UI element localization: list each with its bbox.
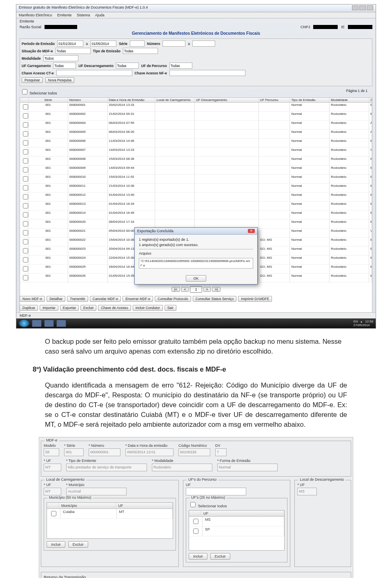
action-button[interactable]: Encerrar MDF-e <box>122 296 153 302</box>
menu-item[interactable]: Ajuda <box>95 13 105 17</box>
row-checkbox[interactable] <box>23 176 28 181</box>
carr-uf-select[interactable] <box>44 488 61 495</box>
action-button[interactable]: Imprimir DAMDFE <box>238 296 272 302</box>
row-checkbox[interactable] <box>23 158 28 164</box>
table-row[interactable]: 00100000000815/03/2014 08:38NormalRodovi… <box>20 157 372 166</box>
modalidade-select[interactable] <box>43 55 78 61</box>
action-button[interactable]: Cancelar MDF-e <box>90 296 121 302</box>
taskbar-app-icon[interactable] <box>32 320 42 327</box>
action-button[interactable]: Importar <box>40 305 58 311</box>
table-row[interactable]: Cuiaba MT <box>47 509 173 519</box>
action-button[interactable]: Consultar Status Serviço <box>193 296 237 302</box>
last-page-button[interactable]: >| <box>212 287 220 292</box>
table-row[interactable]: 00100000000506/03/2014 08:20NormalRodovi… <box>20 130 372 139</box>
row-checkbox[interactable] <box>23 203 28 208</box>
min-icon[interactable] <box>352 5 359 10</box>
row-checkbox[interactable] <box>23 239 28 244</box>
table-row[interactable]: MS <box>189 517 284 526</box>
menu-item[interactable]: Manifesto Eletrônico <box>19 13 52 17</box>
desc-uf-select[interactable] <box>297 488 317 495</box>
data-input[interactable] <box>125 448 174 456</box>
modalidade-select[interactable] <box>152 464 212 471</box>
dv-input[interactable] <box>215 448 227 456</box>
dialog-close-icon[interactable]: ✕ <box>248 229 255 233</box>
row-checkbox[interactable] <box>23 185 28 190</box>
row-checkbox[interactable] <box>23 275 28 280</box>
uf-perc-select[interactable] <box>169 63 192 69</box>
row-checkbox[interactable] <box>23 149 28 155</box>
next-page-button[interactable]: > <box>203 287 211 292</box>
incluir-button[interactable]: Incluir <box>47 541 65 548</box>
perc-uf-select[interactable] <box>186 488 246 495</box>
excluir-button[interactable]: Excluir <box>210 553 230 560</box>
action-button[interactable]: Transmitir <box>67 296 88 302</box>
first-page-button[interactable]: |< <box>172 287 180 292</box>
table-row[interactable]: 00100000001121/03/2014 10:36NormalRodovi… <box>20 184 372 193</box>
max-icon[interactable] <box>359 5 366 10</box>
action-button[interactable]: Incluir Condutor <box>133 305 163 311</box>
row-checkbox[interactable] <box>23 221 28 226</box>
row-checkbox[interactable] <box>23 122 28 128</box>
table-row[interactable]: 00100000001201/04/2014 13:40NormalRodovi… <box>20 193 372 202</box>
situacao-select[interactable] <box>56 48 91 54</box>
serie-input[interactable] <box>64 448 84 456</box>
table-row[interactable]: 00100000000120/02/2014 13:33NormalRodovi… <box>20 103 372 112</box>
row-checkbox[interactable] <box>23 167 28 173</box>
table-row[interactable]: 00100000001301/04/2014 16:34NormalRodovi… <box>20 202 372 211</box>
action-button[interactable]: Duplicar <box>20 305 38 311</box>
forma-select[interactable] <box>217 464 278 471</box>
start-icon[interactable] <box>19 320 29 327</box>
serie-input[interactable] <box>130 40 145 47</box>
row-checkbox[interactable] <box>23 194 28 199</box>
action-button[interactable]: Exportar <box>60 305 79 311</box>
table-row[interactable]: 00100000000406/03/2014 07:55NormalRodovi… <box>20 121 372 130</box>
menu-item[interactable]: Emitente <box>57 13 72 17</box>
numero-input[interactable] <box>89 448 120 456</box>
perc-select-all-checkbox[interactable] <box>190 502 196 507</box>
action-button[interactable]: Consultar Protocolo <box>155 296 191 302</box>
excluir-button[interactable]: Excluir <box>68 541 88 548</box>
nova-pesquisa-button[interactable]: Nova Pesquisa <box>45 77 74 83</box>
close-icon[interactable] <box>367 5 373 10</box>
taskbar-app-icon[interactable] <box>56 320 66 327</box>
tipo-emit-select[interactable] <box>66 464 147 471</box>
selecionar-todos-checkbox[interactable] <box>22 89 27 94</box>
action-button[interactable]: Detalhar <box>47 296 65 302</box>
table-row[interactable]: 00100000000914/03/2014 09:44NormalRodovi… <box>20 166 372 175</box>
taskbar-app-icon[interactable] <box>44 320 54 327</box>
row-checkbox[interactable] <box>23 131 28 137</box>
prev-page-button[interactable]: < <box>181 287 189 292</box>
uf-carr-select[interactable] <box>53 63 76 69</box>
periodo-de-input[interactable] <box>57 40 83 47</box>
row-checkbox[interactable] <box>23 140 28 146</box>
action-button[interactable]: Sair <box>165 305 176 311</box>
table-row[interactable]: 00100000001015/03/2014 11:52NormalRodovi… <box>20 175 372 184</box>
table-row[interactable]: SP <box>189 526 284 536</box>
row-checkbox[interactable] <box>23 212 28 217</box>
uf-select[interactable] <box>44 464 61 471</box>
numero-ate-input[interactable] <box>192 40 215 47</box>
tipo-emissao-select[interactable] <box>123 48 158 54</box>
row-checkbox[interactable] <box>193 529 198 534</box>
page-input[interactable] <box>190 286 202 293</box>
action-button[interactable]: Excluir <box>80 305 97 311</box>
chave-nfe-input[interactable] <box>169 70 245 76</box>
action-button[interactable]: Novo MDF-e <box>20 296 45 302</box>
chave-cte-input[interactable] <box>56 70 132 76</box>
row-checkbox[interactable] <box>23 104 28 110</box>
row-checkbox[interactable] <box>23 248 28 253</box>
menu-item[interactable]: Sistema <box>77 13 90 17</box>
row-checkbox[interactable] <box>23 257 28 262</box>
modelo-input[interactable] <box>44 448 59 456</box>
pesquisar-button[interactable]: Pesquisar <box>22 77 43 83</box>
row-checkbox[interactable] <box>23 113 28 119</box>
table-row[interactable]: 00100000000714/03/2014 13:33NormalRodovi… <box>20 148 372 157</box>
row-checkbox[interactable] <box>23 266 28 271</box>
carr-mun-select[interactable] <box>66 488 127 495</box>
incluir-button[interactable]: Incluir <box>189 553 207 560</box>
table-row[interactable]: 00100000001401/04/2014 16:49NormalRodovi… <box>20 211 372 220</box>
row-checkbox[interactable] <box>23 230 28 235</box>
periodo-ate-input[interactable] <box>90 40 116 47</box>
row-checkbox[interactable] <box>193 519 198 524</box>
table-row[interactable]: 00100000000221/02/2014 09:31NormalRodovi… <box>20 112 372 121</box>
